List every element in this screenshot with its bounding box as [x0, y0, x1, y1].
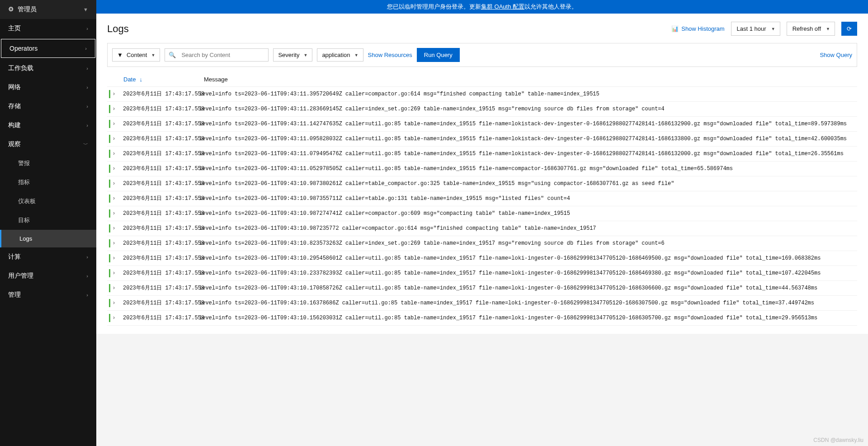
sidebar-subitem-指标[interactable]: 指标 [0, 173, 96, 192]
expand-row-button[interactable]: › [113, 239, 123, 247]
sidebar-item-label: Operators [9, 45, 38, 52]
sidebar-item-label: 主页 [8, 24, 21, 33]
date-header-label: Date [123, 76, 136, 83]
log-message: level=info ts=2023-06-11T09:43:11.079495… [194, 150, 855, 158]
log-table-body: ›2023年6月11日 17:43:17.558level=info ts=20… [107, 87, 857, 326]
expand-row-button[interactable]: › [113, 195, 123, 203]
log-message: level=info ts=2023-06-11T09:43:10.233782… [194, 269, 855, 277]
log-row: ›2023年6月11日 17:43:17.558level=info ts=20… [107, 191, 857, 206]
severity-bar [109, 239, 110, 247]
sidebar-item-工作负载[interactable]: 工作负载› [0, 59, 96, 78]
expand-row-button[interactable]: › [113, 105, 123, 113]
sidebar-item-label: 构建 [8, 121, 21, 129]
chart-icon: 📊 [671, 25, 679, 32]
log-date: 2023年6月11日 17:43:17.558 [123, 284, 194, 292]
sidebar-item-观察[interactable]: 观察﹀ [0, 135, 96, 154]
log-date: 2023年6月11日 17:43:17.558 [123, 239, 194, 247]
severity-bar [109, 224, 110, 232]
chevron-right-icon: › [86, 273, 88, 279]
log-date: 2023年6月11日 17:43:17.558 [123, 209, 194, 218]
log-date: 2023年6月11日 17:43:17.558 [123, 90, 194, 98]
log-message: level=info ts=2023-06-11T09:43:11.052978… [194, 165, 855, 173]
run-query-button[interactable]: Run Query [417, 48, 460, 62]
log-row: ›2023年6月11日 17:43:17.558level=info ts=20… [107, 296, 857, 311]
sidebar-item-operators[interactable]: Operators› [1, 39, 95, 58]
log-date: 2023年6月11日 17:43:17.558 [123, 269, 194, 277]
log-row: ›2023年6月11日 17:43:17.558level=info ts=20… [107, 281, 857, 296]
refresh-button[interactable]: ⟳ [841, 22, 857, 36]
sidebar-item-label: 计算 [8, 253, 21, 261]
date-column-header[interactable]: Date ↓ [123, 76, 199, 83]
show-histogram-button[interactable]: 📊 Show Histogram [671, 25, 724, 32]
log-row: ›2023年6月11日 17:43:17.558level=info ts=20… [107, 161, 857, 176]
sidebar-item-用户管理[interactable]: 用户管理› [0, 266, 96, 285]
severity-bar [109, 105, 110, 113]
content-filter-dropdown[interactable]: ▼ Content [112, 48, 160, 62]
sidebar-item-管理[interactable]: 管理› [0, 285, 96, 304]
expand-row-button[interactable]: › [113, 269, 123, 277]
log-row: ›2023年6月11日 17:43:17.558level=info ts=20… [107, 251, 857, 266]
sidebar-item-label: 观察 [8, 140, 21, 148]
log-row: ›2023年6月11日 17:43:17.558level=info ts=20… [107, 102, 857, 117]
expand-row-button[interactable]: › [113, 254, 123, 262]
expand-row-button[interactable]: › [113, 224, 123, 232]
chevron-down-icon: ﹀ [83, 141, 88, 148]
chevron-right-icon: › [86, 254, 88, 260]
sidebar-item-计算[interactable]: 计算› [0, 247, 96, 266]
banner-link[interactable]: 集群 OAuth 配置 [481, 3, 524, 10]
search-input[interactable] [179, 49, 268, 61]
severity-bar [109, 180, 110, 188]
chevron-right-icon: › [86, 85, 88, 90]
sidebar-admin[interactable]: ⚙管理员 ▼ [0, 0, 96, 19]
expand-row-button[interactable]: › [113, 90, 123, 98]
expand-row-button[interactable]: › [113, 150, 123, 158]
message-column-header: Message [199, 76, 855, 83]
sidebar-subitem-logs[interactable]: Logs [0, 230, 96, 247]
expand-row-button[interactable]: › [113, 180, 123, 188]
time-range-dropdown[interactable]: Last 1 hour [731, 22, 780, 36]
log-row: ›2023年6月11日 17:43:17.558level=info ts=20… [107, 132, 857, 147]
sidebar-item-label: 管理 [8, 291, 21, 299]
log-row: ›2023年6月11日 17:43:17.558level=info ts=20… [107, 87, 857, 102]
log-type-dropdown[interactable]: application [317, 48, 363, 62]
show-resources-button[interactable]: Show Resources [368, 52, 412, 58]
search-group: 🔍 [165, 48, 269, 62]
refresh-dropdown[interactable]: Refresh off [787, 22, 835, 36]
log-message: level=info ts=2023-06-11T09:43:11.142747… [194, 120, 855, 128]
log-date: 2023年6月11日 17:43:17.558 [123, 120, 194, 128]
log-message: level=info ts=2023-06-11T09:43:11.283669… [194, 105, 855, 113]
sidebar-item-label: 存储 [8, 102, 21, 110]
expand-row-button[interactable]: › [113, 165, 123, 173]
expand-row-button[interactable]: › [113, 209, 123, 218]
log-row: ›2023年6月11日 17:43:17.558level=info ts=20… [107, 266, 857, 281]
severity-dropdown[interactable]: Severity [273, 48, 312, 62]
gear-icon: ⚙ [8, 5, 14, 13]
login-banner: 您已以临时管理用户身份登录。更新集群 OAuth 配置以允许其他人登录。 [96, 0, 868, 14]
expand-row-button[interactable]: › [113, 314, 123, 322]
log-date: 2023年6月11日 17:43:17.558 [123, 299, 194, 307]
sidebar-item-网络[interactable]: 网络› [0, 78, 96, 97]
chevron-right-icon: › [86, 26, 88, 31]
chevron-down-icon: ▼ [83, 7, 88, 12]
sidebar-item-主页[interactable]: 主页› [0, 19, 96, 38]
sidebar-item-构建[interactable]: 构建› [0, 116, 96, 135]
sidebar-item-存储[interactable]: 存储› [0, 97, 96, 116]
sidebar-subitem-警报[interactable]: 警报 [0, 154, 96, 173]
expand-row-button[interactable]: › [113, 135, 123, 143]
expand-row-button[interactable]: › [113, 284, 123, 292]
log-message: level=info ts=2023-06-11T09:43:10.987355… [194, 195, 855, 203]
log-message: level=info ts=2023-06-11T09:43:10.987380… [194, 180, 855, 188]
log-date: 2023年6月11日 17:43:17.558 [123, 254, 194, 262]
sidebar-subitem-目标[interactable]: 目标 [0, 211, 96, 230]
expand-row-button[interactable]: › [113, 299, 123, 307]
page-title: Logs [107, 23, 129, 35]
severity-bar [109, 135, 110, 143]
log-date: 2023年6月11日 17:43:17.558 [123, 195, 194, 203]
show-query-button[interactable]: Show Query [820, 52, 852, 58]
log-row: ›2023年6月11日 17:43:17.558level=info ts=20… [107, 221, 857, 236]
sidebar-subitem-仪表板[interactable]: 仪表板 [0, 192, 96, 211]
log-row: ›2023年6月11日 17:43:17.558level=info ts=20… [107, 311, 857, 326]
log-message: level=info ts=2023-06-11T09:43:11.095828… [194, 135, 855, 143]
log-type-label: application [322, 52, 350, 58]
expand-row-button[interactable]: › [113, 120, 123, 128]
